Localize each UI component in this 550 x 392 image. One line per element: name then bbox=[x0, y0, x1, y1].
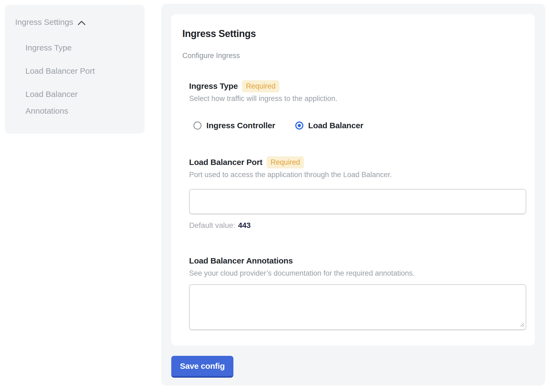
section-load-balancer-annotations: Load Balancer Annotations See your cloud… bbox=[189, 255, 526, 330]
default-value-line: Default value:443 bbox=[189, 221, 526, 230]
load-balancer-annotations-textarea[interactable] bbox=[189, 284, 526, 330]
default-value-label: Default value: bbox=[189, 221, 235, 229]
field-description-load-balancer-annotations: See your cloud provider’s documentation … bbox=[189, 269, 526, 278]
ingress-settings-card: Ingress Settings Configure Ingress Ingre… bbox=[171, 14, 535, 346]
sidebar-item-load-balancer-port[interactable]: Load Balancer Port bbox=[25, 63, 112, 79]
radio-label-ingress-controller: Ingress Controller bbox=[206, 121, 275, 130]
section-ingress-type: Ingress Type Required Select how traffic… bbox=[189, 80, 526, 130]
sidebar-item-ingress-type[interactable]: Ingress Type bbox=[25, 39, 112, 56]
section-load-balancer-port: Load Balancer Port Required Port used to… bbox=[189, 156, 526, 230]
radio-label-load-balancer: Load Balancer bbox=[308, 121, 363, 130]
resize-handle-icon[interactable] bbox=[519, 322, 525, 327]
annotations-textarea-wrap bbox=[189, 284, 526, 330]
sidebar-item-list: Ingress Type Load Balancer Port Load Bal… bbox=[25, 39, 135, 119]
save-config-button[interactable]: Save config bbox=[171, 356, 233, 378]
field-description-load-balancer-port: Port used to access the application thro… bbox=[189, 170, 526, 179]
chevron-up-icon[interactable] bbox=[78, 20, 86, 25]
radio-selected-icon[interactable] bbox=[295, 121, 303, 130]
page-subtitle: Configure Ingress bbox=[182, 51, 526, 60]
radio-option-load-balancer[interactable]: Load Balancer bbox=[295, 121, 363, 130]
ingress-type-radio-group: Ingress Controller Load Balancer bbox=[193, 121, 526, 130]
settings-nav-card: Ingress Settings Ingress Type Load Balan… bbox=[5, 5, 145, 134]
settings-panel: Ingress Settings Configure Ingress Ingre… bbox=[161, 4, 545, 386]
field-header-ingress-type: Ingress Type Required bbox=[189, 80, 526, 92]
sidebar-group-ingress-settings[interactable]: Ingress Settings bbox=[15, 17, 135, 27]
field-header-load-balancer-annotations: Load Balancer Annotations bbox=[189, 255, 526, 267]
default-value: 443 bbox=[238, 221, 251, 229]
radio-unselected-icon[interactable] bbox=[193, 121, 202, 130]
radio-option-ingress-controller[interactable]: Ingress Controller bbox=[193, 121, 275, 130]
field-label-ingress-type: Ingress Type bbox=[189, 82, 238, 91]
load-balancer-port-input[interactable] bbox=[189, 189, 526, 214]
field-description-ingress-type: Select how traffic will ingress to the a… bbox=[189, 94, 526, 103]
sidebar-group-label: Ingress Settings bbox=[15, 17, 73, 27]
required-badge: Required bbox=[242, 80, 279, 92]
page-title: Ingress Settings bbox=[182, 28, 526, 39]
field-label-load-balancer-annotations: Load Balancer Annotations bbox=[189, 256, 293, 265]
required-badge: Required bbox=[267, 156, 304, 168]
field-label-load-balancer-port: Load Balancer Port bbox=[189, 158, 262, 167]
field-header-load-balancer-port: Load Balancer Port Required bbox=[189, 156, 526, 168]
sidebar-item-load-balancer-annotations[interactable]: Load Balancer Annotations bbox=[25, 86, 112, 119]
